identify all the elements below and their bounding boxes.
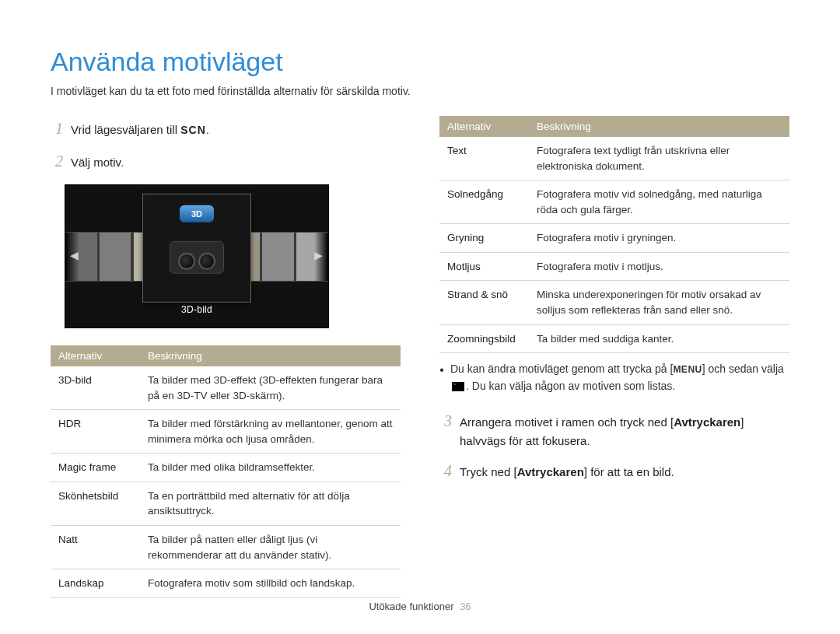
step-number: 2 xyxy=(51,149,63,173)
option-name: Text xyxy=(439,137,529,180)
step-text: Vrid lägesväljaren till SCN. xyxy=(71,121,209,139)
bullet-icon: • xyxy=(439,361,444,380)
option-desc: Fotografera motiv vid solnedgång, med na… xyxy=(529,180,789,224)
table-row: 3D-bild Ta bilder med 3D-effekt (3D-effe… xyxy=(51,366,401,410)
camera-preview: ◀ ▶ 3D 3D-bild xyxy=(65,184,329,328)
note-text: Du kan ändra motivläget genom att trycka… xyxy=(450,361,789,394)
option-name: Magic frame xyxy=(51,454,140,482)
step-3: 3 Arrangera motivet i ramen och tryck ne… xyxy=(439,408,789,450)
shutter-label: Avtryckaren xyxy=(517,465,584,478)
shutter-label: Avtryckaren xyxy=(674,415,740,429)
note-mid: ] och sedan välja xyxy=(702,363,784,375)
table-row: Motljus Fotografera motiv i motljus. xyxy=(439,252,789,281)
option-name: 3D-bild xyxy=(51,366,140,410)
footer-section: Utökade funktioner xyxy=(369,601,453,612)
change-mode-note: • Du kan ändra motivläget genom att tryc… xyxy=(439,361,789,394)
option-desc: Ta bilder på natten eller dåligt ljus (v… xyxy=(140,525,401,569)
step-1: 1 Vrid lägesväljaren till SCN. xyxy=(51,116,401,141)
option-desc: Fotografera motiv som stillbild och land… xyxy=(140,569,401,598)
table-header-option: Alternativ xyxy=(51,345,140,366)
table-row: Skönhetsbild Ta en porträttbild med alte… xyxy=(51,482,401,525)
option-desc: Ta bilder med 3D-effekt (3D-effekten fun… xyxy=(140,366,401,410)
table-row: Magic frame Ta bilder med olika bildrams… xyxy=(51,454,401,482)
intro-text: I motivläget kan du ta ett foto med föri… xyxy=(51,85,789,97)
table-row: HDR Ta bilder med förstärkning av mellan… xyxy=(51,410,401,454)
table-row: Text Fotografera text tydligt från utskr… xyxy=(439,137,789,180)
step-4-pre: Tryck ned [ xyxy=(460,465,517,478)
table-row: Landskap Fotografera motiv som stillbild… xyxy=(51,569,401,598)
option-name: Landskap xyxy=(51,569,140,598)
table-row: Zoomningsbild Ta bilder med suddiga kant… xyxy=(439,324,789,353)
option-desc: Fotografera text tydligt från utskrivna … xyxy=(529,137,789,180)
step-3-pre: Arrangera motivet i ramen och tryck ned … xyxy=(460,415,674,429)
options-table-left: Alternativ Beskrivning 3D-bild Ta bilder… xyxy=(51,345,401,598)
step-text: Arrangera motivet i ramen och tryck ned … xyxy=(460,413,789,450)
step-2: 2 Välj motiv. xyxy=(51,149,401,173)
option-desc: Minska underexponeringen för motiv orsak… xyxy=(529,281,789,324)
table-row: Natt Ta bilder på natten eller dåligt lj… xyxy=(51,525,401,569)
step-4-post: ] för att ta en bild. xyxy=(584,465,674,478)
table-header-description: Beskrivning xyxy=(140,345,401,366)
selected-mode-tile: 3D xyxy=(142,193,251,302)
step-text: Tryck ned [Avtryckaren] för att ta en bi… xyxy=(460,463,674,482)
step-text: Välj motiv. xyxy=(71,153,124,172)
option-name: Natt xyxy=(51,525,140,569)
camera-icon xyxy=(170,240,224,273)
note-post: . Du kan välja någon av motiven som list… xyxy=(466,380,675,392)
scn-inline-icon xyxy=(452,382,464,391)
note-pre: Du kan ändra motivläget genom att trycka… xyxy=(450,363,673,375)
option-desc: Ta bilder med olika bildramseffekter. xyxy=(140,454,401,482)
option-desc: Ta bilder med suddiga kanter. xyxy=(529,324,789,353)
page-footer: Utökade funktioner 36 xyxy=(0,601,840,612)
next-arrow-icon: ▶ xyxy=(314,249,324,263)
option-name: HDR xyxy=(51,410,140,454)
step-number: 1 xyxy=(51,116,63,141)
table-row: Solnedgång Fotografera motiv vid solnedg… xyxy=(439,180,789,224)
table-header-option: Alternativ xyxy=(439,116,529,137)
page-number: 36 xyxy=(460,601,471,612)
menu-button-label: MENU xyxy=(673,364,702,375)
options-table-right: Alternativ Beskrivning Text Fotografera … xyxy=(439,116,789,353)
badge-3d-icon: 3D xyxy=(180,205,214,222)
option-name: Solnedgång xyxy=(439,180,529,224)
step-1-pre: Vrid lägesväljaren till xyxy=(71,123,180,136)
option-desc: Ta bilder med förstärkning av mellantone… xyxy=(140,410,401,454)
prev-arrow-icon: ◀ xyxy=(70,249,79,263)
page-title: Använda motivläget xyxy=(51,47,789,77)
step-4: 4 Tryck ned [Avtryckaren] för att ta en … xyxy=(439,458,789,483)
table-row: Strand & snö Minska underexponeringen fö… xyxy=(439,281,789,324)
selected-mode-caption: 3D-bild xyxy=(65,304,328,315)
mode-scn-icon: SCN xyxy=(180,124,206,136)
option-desc: Fotografera motiv i motljus. xyxy=(529,252,789,281)
option-desc: Ta en porträttbild med alternativ för at… xyxy=(140,482,401,525)
option-name: Skönhetsbild xyxy=(51,482,140,525)
step-1-post: . xyxy=(206,123,209,136)
option-name: Motljus xyxy=(439,252,529,281)
option-name: Gryning xyxy=(439,224,529,253)
table-header-description: Beskrivning xyxy=(529,116,789,137)
step-number: 3 xyxy=(439,408,452,433)
table-row: Gryning Fotografera motiv i gryningen. xyxy=(439,224,789,253)
step-number: 4 xyxy=(439,458,452,483)
option-name: Zoomningsbild xyxy=(439,324,529,353)
option-name: Strand & snö xyxy=(439,281,529,324)
option-desc: Fotografera motiv i gryningen. xyxy=(529,224,789,253)
left-column: 1 Vrid lägesväljaren till SCN. 2 Välj mo… xyxy=(51,116,401,606)
right-column: Alternativ Beskrivning Text Fotografera … xyxy=(439,116,789,606)
